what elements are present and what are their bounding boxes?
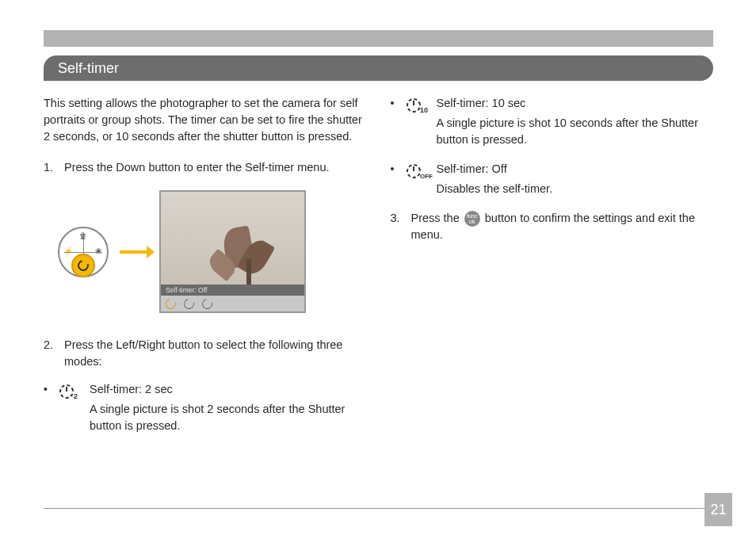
mode-desc: Disables the self-timer. [437, 181, 714, 197]
step-body: Press the Down button to enter the Self-… [64, 159, 367, 176]
timer-icon [182, 296, 197, 311]
preview-status-bar: Self-timer: Off [161, 285, 304, 296]
bullet: • [391, 161, 405, 197]
timer-highlight-icon [71, 254, 95, 277]
mode-text: Self-timer: 10 sec A single picture is s… [437, 95, 714, 148]
arrow-icon [120, 250, 148, 254]
flash-icon: ⚡ [63, 246, 74, 258]
content-area: This setting allows the photographer to … [44, 95, 713, 447]
top-bar [44, 30, 713, 47]
mode-title: Self-timer: Off [437, 161, 714, 178]
timer-icon [164, 296, 178, 311]
svg-text:2: 2 [74, 392, 78, 400]
svg-text:OFF: OFF [420, 173, 433, 180]
trash-icon: 🗑 [78, 231, 89, 243]
timer-10sec-icon: 10 [405, 95, 437, 116]
step3-before: Press the [411, 212, 463, 224]
diagram: 🗑 ⚡ ❀ Self-timer: Off [58, 190, 367, 313]
mode-desc: A single picture is shot 10 seconds afte… [437, 115, 714, 148]
right-column: • 10 Self-timer: 10 sec A single picture… [391, 95, 714, 447]
mode-2sec: • 2 Self-timer: 2 sec A single picture i… [44, 381, 367, 434]
step-number: 2. [44, 337, 64, 370]
mode-text: Self-timer: 2 sec A single picture is sh… [90, 381, 367, 434]
mode-text: Self-timer: Off Disables the self-timer. [437, 161, 714, 197]
mode-desc: A single picture is shot 2 seconds after… [90, 401, 367, 434]
mode-off: • OFF Self-timer: Off Disables the self-… [391, 161, 714, 197]
section-header: Self-timer [44, 55, 713, 81]
page-number: 21 [704, 493, 732, 526]
section-title: Self-timer [58, 60, 119, 77]
flower-graphic [208, 227, 272, 291]
step-body: Press the Left/Right button to select th… [64, 337, 367, 370]
left-column: This setting allows the photographer to … [44, 95, 367, 447]
bullet: • [44, 381, 58, 434]
svg-text:10: 10 [420, 106, 428, 114]
macro-icon: ❀ [93, 246, 104, 258]
dial-illustration: 🗑 ⚡ ❀ [58, 227, 109, 277]
screen-preview: Self-timer: Off [159, 190, 306, 313]
step-2: 2. Press the Left/Right button to select… [44, 337, 367, 370]
timer-off-icon: OFF [405, 161, 437, 181]
preview-icon-row [161, 296, 304, 311]
preview-image [161, 192, 304, 291]
func-ok-button-icon: func ok [464, 211, 480, 227]
mode-title: Self-timer: 10 sec [437, 95, 714, 112]
step-number: 3. [391, 210, 411, 243]
mode-title: Self-timer: 2 sec [90, 381, 367, 398]
mode-10sec: • 10 Self-timer: 10 sec A single picture… [391, 95, 714, 148]
step-3: 3. Press the func ok button to confirm t… [391, 210, 714, 243]
step-body: Press the func ok button to confirm the … [411, 210, 714, 243]
intro-text: This setting allows the photographer to … [44, 95, 367, 145]
step-number: 1. [44, 159, 64, 176]
timer-icon [200, 296, 215, 311]
bullet: • [391, 95, 405, 148]
step-1: 1. Press the Down button to enter the Se… [44, 159, 367, 176]
bottom-rule [44, 508, 713, 509]
timer-2sec-icon: 2 [58, 381, 90, 402]
